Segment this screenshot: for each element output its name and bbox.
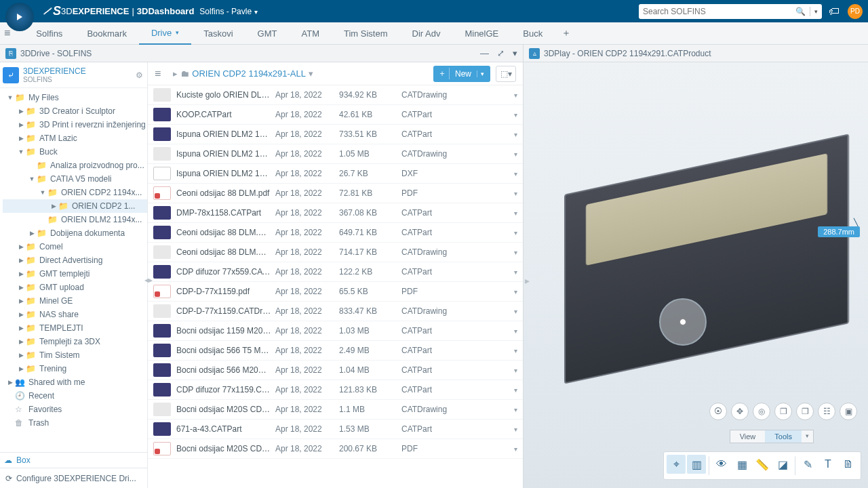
view-compass-icon[interactable] bbox=[659, 298, 707, 346]
tree-item[interactable]: ▶📁3D Creator i Sculptor bbox=[3, 104, 147, 118]
row-menu-icon[interactable]: ▾ bbox=[514, 111, 517, 119]
tab-atm[interactable]: ATM bbox=[290, 22, 332, 45]
file-row[interactable]: Ispuna ORIEN DLM2 119...Apr 18, 2022733.… bbox=[148, 125, 523, 144]
file-row[interactable]: Ceoni odsijac 88 DLM.pdfApr 18, 202272.8… bbox=[148, 184, 523, 203]
normal-view-icon[interactable]: ◎ bbox=[753, 403, 770, 420]
twisty-icon[interactable]: ▶ bbox=[18, 298, 24, 304]
tab-bookmark[interactable]: Bookmark bbox=[75, 22, 139, 45]
expand-icon[interactable]: ⤢ bbox=[497, 48, 505, 58]
global-search[interactable]: 🔍 ▾ bbox=[639, 4, 822, 19]
tree-item[interactable]: ▼📁My Files bbox=[3, 91, 147, 104]
twisty-icon[interactable]: ▼ bbox=[39, 189, 46, 196]
twisty-icon[interactable]: ▶ bbox=[18, 121, 24, 128]
row-menu-icon[interactable]: ▾ bbox=[514, 229, 517, 237]
tab-drive[interactable]: Drive▾ bbox=[139, 22, 191, 45]
row-menu-icon[interactable]: ▾ bbox=[514, 288, 517, 296]
tree-item[interactable]: ▶📁Dobijena dokumenta bbox=[3, 226, 147, 240]
file-row[interactable]: CDP difuzor 77x559.CAT...Apr 18, 2022122… bbox=[148, 262, 523, 282]
tree-item[interactable]: ▶📁ATM Lazic bbox=[3, 131, 147, 145]
file-row[interactable]: Bocni odsijac 1159 M20S...Apr 18, 20221.… bbox=[148, 321, 523, 341]
row-menu-icon[interactable]: ▾ bbox=[514, 92, 517, 99]
search-input[interactable] bbox=[643, 7, 795, 16]
tree-item[interactable]: ▶📁ORIEN CDP2 1... bbox=[3, 199, 147, 213]
gear-icon[interactable]: ⚙ bbox=[136, 70, 143, 80]
tree-item[interactable]: 🗑Trash bbox=[3, 416, 147, 430]
row-menu-icon[interactable]: ▾ bbox=[514, 347, 517, 354]
row-menu-icon[interactable]: ▾ bbox=[514, 308, 517, 315]
tree-item[interactable]: ▶📁Direct Advertising bbox=[3, 253, 147, 267]
tool-grid-icon[interactable]: ▦ bbox=[732, 455, 751, 474]
tree-item[interactable]: ▶📁Minel GE bbox=[3, 294, 147, 308]
row-menu-icon[interactable]: ▾ bbox=[514, 367, 517, 374]
row-menu-icon[interactable]: ▾ bbox=[514, 209, 517, 217]
compass-icon[interactable] bbox=[5, 3, 34, 31]
row-menu-icon[interactable]: ▾ bbox=[514, 150, 517, 158]
file-row[interactable]: Ispuna ORIEN DLM2 119...Apr 18, 202226.7… bbox=[148, 164, 523, 184]
tool-note-icon[interactable]: 🗎 bbox=[839, 455, 858, 474]
search-icon[interactable]: 🔍 bbox=[795, 7, 806, 16]
chevron-down-icon[interactable]: ▾ bbox=[309, 68, 313, 79]
file-row[interactable]: 671-a-43.CATPartApr 18, 20221.53 MBCATPa… bbox=[148, 420, 523, 439]
3d-viewer[interactable]: ▸ ╲ 288.7mm ⦿ ✥ ◎ ❐ ❐ ☷ ▣ View Tools ▾ ⌖ bbox=[524, 62, 868, 488]
tree-item[interactable]: ▶📁GMT templejti bbox=[3, 267, 147, 281]
tree-item[interactable]: 📁Analiza proizvodnog pro... bbox=[3, 159, 147, 172]
file-row[interactable]: Bocni odsijac 566 M20S ...Apr 18, 20221.… bbox=[148, 361, 523, 380]
file-row[interactable]: DMP-78x1158.CATPartApr 18, 2022367.08 KB… bbox=[148, 203, 523, 223]
tree-item[interactable]: ▶📁Trening bbox=[3, 362, 147, 375]
row-menu-icon[interactable]: ▾ bbox=[514, 268, 517, 276]
row-menu-icon[interactable]: ▾ bbox=[514, 327, 517, 335]
tree-item[interactable]: ▶📁Templejti za 3DX bbox=[3, 335, 147, 348]
file-row[interactable]: Bocni odsijac M20S CDP ...Apr 18, 202220… bbox=[148, 439, 523, 459]
row-menu-icon[interactable]: ▾ bbox=[514, 131, 517, 138]
list-menu-icon[interactable]: ≡ bbox=[155, 68, 161, 80]
cube-icon[interactable]: ▣ bbox=[840, 403, 857, 420]
layers-icon[interactable]: ❐ bbox=[774, 403, 792, 420]
tag-icon[interactable]: 🏷 bbox=[829, 5, 840, 18]
file-row[interactable]: Bocni odsijac M20S CDP ...Apr 18, 20221.… bbox=[148, 400, 523, 420]
split-handle-icon[interactable]: ◂▸ bbox=[144, 275, 153, 285]
tree-item[interactable]: ▶📁NAS share bbox=[3, 308, 147, 321]
file-row[interactable]: Ceoni odsijac 88 DLM.CA...Apr 18, 202271… bbox=[148, 243, 523, 262]
row-menu-icon[interactable]: ▾ bbox=[514, 249, 517, 256]
file-row[interactable]: CDP-D-77x1159.pdfApr 18, 202265.5 KBPDF▾ bbox=[148, 282, 523, 302]
tree-item[interactable]: ☆Favorites bbox=[3, 403, 147, 416]
twisty-icon[interactable]: ▶ bbox=[18, 365, 24, 372]
3d-model[interactable] bbox=[564, 134, 849, 384]
file-row[interactable]: KOOP.CATPartApr 18, 202242.61 KBCATPart▾ bbox=[148, 105, 523, 125]
tool-section-icon[interactable]: ◪ bbox=[773, 455, 792, 474]
tree-item[interactable]: ▼📁CATIA V5 modeli bbox=[3, 172, 147, 186]
tab-tools[interactable]: Tools bbox=[765, 430, 802, 443]
box-link[interactable]: ☁ Box bbox=[0, 453, 147, 468]
tree-item[interactable]: ▼📁Buck bbox=[3, 145, 147, 159]
add-tab-button[interactable]: ＋ bbox=[561, 27, 571, 39]
twisty-icon[interactable]: ▶ bbox=[18, 257, 24, 264]
file-row[interactable]: Ceoni odsijac 88 DLM.CA...Apr 18, 202264… bbox=[148, 223, 523, 243]
new-button[interactable]: ＋ New ▾ bbox=[433, 66, 490, 82]
row-menu-icon[interactable]: ▾ bbox=[514, 426, 517, 433]
tab-tim sistem[interactable]: Tim Sistem bbox=[332, 22, 400, 45]
tab-taskovi[interactable]: Taskovi bbox=[191, 22, 245, 45]
file-row[interactable]: CDP-D-77x1159.CATDra...Apr 18, 2022833.4… bbox=[148, 302, 523, 321]
configure-drive-button[interactable]: ⟳ Configure 3DEXPERIENCE Dri... bbox=[0, 468, 147, 488]
annotate-icon[interactable]: ☷ bbox=[818, 403, 835, 420]
twisty-icon[interactable]: ▶ bbox=[50, 203, 57, 209]
tree-item[interactable]: ▶📁Tim Sistem bbox=[3, 348, 147, 362]
tab-view[interactable]: View bbox=[730, 430, 766, 443]
twisty-icon[interactable]: ▶ bbox=[18, 270, 24, 277]
tab-dir adv[interactable]: Dir Adv bbox=[400, 22, 453, 45]
row-menu-icon[interactable]: ▾ bbox=[514, 190, 517, 197]
file-row[interactable]: Ispuna ORIEN DLM2 119...Apr 18, 20221.05… bbox=[148, 144, 523, 164]
twisty-icon[interactable]: ▶ bbox=[18, 284, 24, 291]
tree-item[interactable]: ▶📁GMT upload bbox=[3, 281, 147, 294]
row-menu-icon[interactable]: ▾ bbox=[514, 406, 517, 413]
tree-item[interactable]: ▶👥Shared with me bbox=[3, 375, 147, 389]
twisty-icon[interactable]: ▶ bbox=[18, 108, 24, 115]
menu-icon[interactable]: ≡ bbox=[4, 27, 10, 39]
twisty-icon[interactable]: ▶ bbox=[18, 243, 24, 250]
tree-item[interactable]: ▶📁Comel bbox=[3, 240, 147, 253]
twisty-icon[interactable]: ▼ bbox=[28, 176, 35, 182]
tree-item[interactable]: ▼📁ORIEN CDP2 1194x... bbox=[3, 186, 147, 199]
tool-measure-icon[interactable]: 📏 bbox=[753, 455, 772, 474]
tool-text-icon[interactable]: T bbox=[818, 455, 837, 474]
tool-select-icon[interactable]: ⌖ bbox=[667, 455, 686, 474]
